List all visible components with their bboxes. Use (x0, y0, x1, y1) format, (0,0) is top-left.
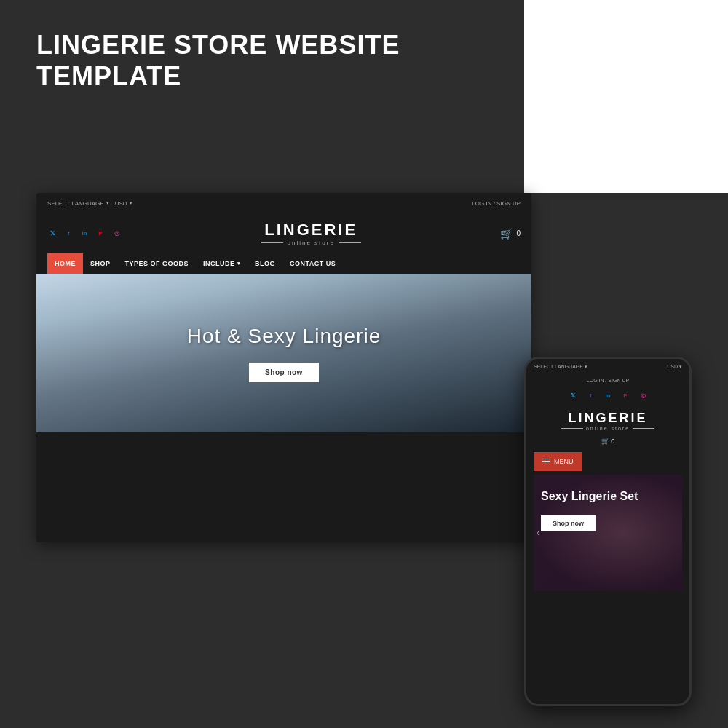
hero-title: Hot & Sexy Lingerie (187, 325, 381, 348)
logo-line-right (339, 242, 361, 243)
logo-main-text: LINGERIE (261, 221, 361, 240)
mobile-currency-label: USD (667, 364, 678, 369)
mobile-currency-selector[interactable]: USD ▾ (667, 364, 682, 370)
mobile-topbar: SELECT LANGUAGE ▾ USD ▾ (526, 359, 689, 375)
desktop-topbar: SELECT LANGUAGE ▾ USD ▾ LOG IN / SIGN UP (36, 193, 531, 213)
pinterest-icon[interactable]: P (95, 229, 106, 239)
nav-item-contact[interactable]: CONTACT US (282, 253, 343, 274)
mobile-logo-line-right (633, 428, 654, 429)
mobile-language-selector[interactable]: SELECT LANGUAGE ▾ (534, 364, 587, 370)
hamburger-line-2 (542, 461, 550, 462)
mobile-logo-main: LINGERIE (526, 411, 689, 426)
topbar-left: SELECT LANGUAGE ▾ USD ▾ (47, 200, 132, 207)
site-logo[interactable]: LINGERIE online store (261, 221, 361, 246)
language-chevron-icon: ▾ (106, 200, 109, 206)
left-panel: LINGERIE STORE WEBSITE TEMPLATE (0, 0, 524, 193)
mobile-logo-sub: online store (526, 426, 689, 431)
mobile-shop-now-button[interactable]: Shop now (541, 515, 596, 531)
page-title: LINGERIE STORE WEBSITE TEMPLATE (36, 29, 400, 92)
mobile-login[interactable]: LOG IN / SIGN UP (526, 375, 689, 386)
cart-icon: 🛒 (500, 228, 513, 240)
hamburger-line-1 (542, 459, 550, 460)
site-nav: HOME SHOP TYPES OF GOODS INCLUDE ▾ BLOG … (36, 253, 531, 274)
mobile-instagram-icon[interactable]: ◎ (638, 390, 648, 400)
facebook-icon[interactable]: f (63, 229, 74, 239)
linkedin-icon[interactable]: in (79, 229, 90, 239)
include-chevron-icon: ▾ (237, 261, 241, 266)
currency-selector[interactable]: USD ▾ (115, 200, 132, 207)
mobile-logo-line-left (561, 428, 583, 429)
currency-label: USD (115, 200, 127, 207)
social-icons: 𝕏 f in P ◎ (47, 229, 122, 239)
menu-label: MENU (554, 458, 574, 465)
mobile-cart-icon: 🛒 (601, 438, 609, 445)
mobile-language-label: SELECT LANGUAGE (534, 364, 583, 369)
mobile-mockup: SELECT LANGUAGE ▾ USD ▾ LOG IN / SIGN UP… (524, 357, 692, 706)
cart-count: 0 (516, 229, 521, 237)
nav-item-blog[interactable]: BLOG (248, 253, 282, 274)
nav-item-shop[interactable]: SHOP (83, 253, 118, 274)
logo-sub-text: online store (261, 240, 361, 246)
mobile-currency-chevron-icon: ▾ (679, 364, 682, 369)
topbar-login[interactable]: LOG IN / SIGN UP (472, 200, 521, 207)
mobile-cart-count: 0 (611, 438, 614, 445)
cart-area[interactable]: 🛒 0 (500, 228, 521, 240)
twitter-icon[interactable]: 𝕏 (47, 229, 58, 239)
mobile-cart[interactable]: 🛒 0 (526, 434, 689, 448)
mobile-hero-content: Sexy Lingerie Set Shop now (534, 475, 682, 539)
nav-item-types[interactable]: TYPES OF GOODS (118, 253, 197, 274)
mobile-facebook-icon[interactable]: f (585, 390, 596, 400)
mobile-hero-title: Sexy Lingerie Set (541, 489, 675, 505)
mobile-pinterest-icon[interactable]: P (620, 390, 630, 400)
nav-item-include[interactable]: INCLUDE ▾ (196, 253, 248, 274)
mobile-twitter-icon[interactable]: 𝕏 (568, 390, 578, 400)
mobile-logo[interactable]: LINGERIE online store (526, 405, 689, 434)
hero-banner: Hot & Sexy Lingerie Shop now (36, 274, 531, 432)
mobile-language-chevron-icon: ▾ (585, 364, 587, 369)
mobile-hero-banner: ‹ Sexy Lingerie Set Shop now (534, 475, 682, 591)
mobile-social-icons: 𝕏 f in P ◎ (526, 386, 689, 405)
desktop-mockup: SELECT LANGUAGE ▾ USD ▾ LOG IN / SIGN UP… (36, 193, 531, 542)
mobile-menu-button[interactable]: MENU (534, 452, 582, 471)
right-top-panel (524, 0, 728, 193)
language-label: SELECT LANGUAGE (47, 200, 104, 207)
hamburger-line-3 (542, 464, 550, 465)
hero-content: Hot & Sexy Lingerie Shop now (187, 325, 381, 382)
language-selector[interactable]: SELECT LANGUAGE ▾ (47, 200, 109, 207)
hamburger-icon (542, 459, 550, 465)
currency-chevron-icon: ▾ (130, 200, 132, 206)
nav-item-home[interactable]: HOME (47, 253, 83, 274)
shop-now-button[interactable]: Shop now (249, 363, 319, 382)
instagram-icon[interactable]: ◎ (111, 229, 122, 239)
site-header: 𝕏 f in P ◎ LINGERIE online store 🛒 0 (36, 213, 531, 253)
logo-line-left (261, 242, 283, 243)
mobile-linkedin-icon[interactable]: in (603, 390, 613, 400)
